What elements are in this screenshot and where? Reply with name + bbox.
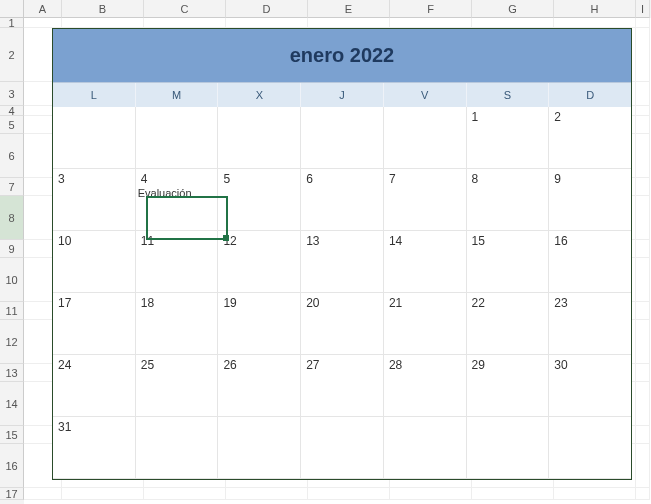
row-header[interactable]: 6	[0, 134, 24, 178]
cell[interactable]	[636, 364, 650, 382]
calendar-day-cell[interactable]: 3	[53, 169, 136, 231]
column-header[interactable]: C	[144, 0, 226, 18]
cell[interactable]	[636, 320, 650, 364]
calendar-day-cell[interactable]: 4Evaluación	[136, 169, 219, 231]
calendar-day-cell[interactable]: 9	[549, 169, 631, 231]
row-header[interactable]: 17	[0, 488, 24, 500]
calendar-day-cell[interactable]: 5	[218, 169, 301, 231]
calendar-day-cell[interactable]: 11	[136, 231, 219, 293]
row-header[interactable]: 13	[0, 364, 24, 382]
calendar-day-cell[interactable]: 23	[549, 293, 631, 355]
calendar-day-cell[interactable]	[136, 417, 219, 479]
cell[interactable]	[24, 18, 62, 28]
calendar-day-cell[interactable]	[549, 417, 631, 479]
cell[interactable]	[554, 488, 636, 500]
cell[interactable]	[636, 196, 650, 240]
row-header[interactable]: 8	[0, 196, 24, 240]
calendar-day-cell[interactable]: 1	[467, 107, 550, 169]
calendar-day-cell[interactable]: 27	[301, 355, 384, 417]
calendar-day-cell[interactable]: 6	[301, 169, 384, 231]
cell[interactable]	[636, 28, 650, 82]
calendar-day-cell[interactable]: 8	[467, 169, 550, 231]
cell[interactable]	[636, 240, 650, 258]
cell[interactable]	[144, 18, 226, 28]
row-header[interactable]: 11	[0, 302, 24, 320]
calendar-day-cell[interactable]: 18	[136, 293, 219, 355]
calendar-day-cell[interactable]	[136, 107, 219, 169]
row-header[interactable]: 15	[0, 426, 24, 444]
cell[interactable]	[472, 18, 554, 28]
cell[interactable]	[24, 488, 62, 500]
cell[interactable]	[636, 134, 650, 178]
cell[interactable]	[226, 18, 308, 28]
calendar-day-cell[interactable]: 25	[136, 355, 219, 417]
calendar-day-cell[interactable]: 21	[384, 293, 467, 355]
row-header[interactable]: 5	[0, 116, 24, 134]
calendar-day-cell[interactable]: 20	[301, 293, 384, 355]
row-header[interactable]: 14	[0, 382, 24, 426]
calendar-day-cell[interactable]: 30	[549, 355, 631, 417]
calendar-day-cell[interactable]: 17	[53, 293, 136, 355]
row-header[interactable]: 2	[0, 28, 24, 82]
row-header[interactable]: 1	[0, 18, 24, 28]
cell[interactable]	[636, 258, 650, 302]
calendar-day-cell[interactable]	[53, 107, 136, 169]
row-header[interactable]: 7	[0, 178, 24, 196]
cell[interactable]	[636, 82, 650, 106]
cell[interactable]	[308, 18, 390, 28]
calendar-day-cell[interactable]: 22	[467, 293, 550, 355]
column-header[interactable]: H	[554, 0, 636, 18]
calendar-day-cell[interactable]: 16	[549, 231, 631, 293]
cell[interactable]	[554, 18, 636, 28]
column-header[interactable]: F	[390, 0, 472, 18]
cell[interactable]	[636, 178, 650, 196]
cell[interactable]	[636, 382, 650, 426]
calendar-day-cell[interactable]: 31	[53, 417, 136, 479]
row-header[interactable]: 12	[0, 320, 24, 364]
calendar-day-cell[interactable]: 15	[467, 231, 550, 293]
cell[interactable]	[636, 488, 650, 500]
calendar-day-cell[interactable]: 12	[218, 231, 301, 293]
column-header[interactable]: E	[308, 0, 390, 18]
column-header[interactable]: B	[62, 0, 144, 18]
row-header[interactable]: 9	[0, 240, 24, 258]
calendar-day-cell[interactable]: 24	[53, 355, 136, 417]
calendar-day-cell[interactable]	[301, 417, 384, 479]
column-header[interactable]: A	[24, 0, 62, 18]
calendar-day-cell[interactable]	[384, 107, 467, 169]
calendar-day-cell[interactable]: 13	[301, 231, 384, 293]
row-header[interactable]: 3	[0, 82, 24, 106]
column-header[interactable]: G	[472, 0, 554, 18]
calendar-day-cell[interactable]: 19	[218, 293, 301, 355]
cell[interactable]	[62, 488, 144, 500]
cell[interactable]	[636, 106, 650, 116]
column-header[interactable]: I	[636, 0, 650, 18]
cell[interactable]	[62, 18, 144, 28]
calendar-day-cell[interactable]	[384, 417, 467, 479]
cell[interactable]	[390, 488, 472, 500]
cell[interactable]	[636, 444, 650, 488]
cell[interactable]	[636, 18, 650, 28]
calendar-day-cell[interactable]	[301, 107, 384, 169]
calendar-day-cell[interactable]: 10	[53, 231, 136, 293]
cell[interactable]	[226, 488, 308, 500]
calendar-day-cell[interactable]: 29	[467, 355, 550, 417]
cell[interactable]	[390, 18, 472, 28]
calendar-day-cell[interactable]: 28	[384, 355, 467, 417]
cell[interactable]	[308, 488, 390, 500]
cell[interactable]	[636, 116, 650, 134]
calendar-day-cell[interactable]: 14	[384, 231, 467, 293]
row-header[interactable]: 10	[0, 258, 24, 302]
grid-body[interactable]: enero 2022 LMXJVSD 1234Evaluación5678910…	[24, 18, 651, 504]
cell[interactable]	[636, 426, 650, 444]
row-header[interactable]: 16	[0, 444, 24, 488]
cell[interactable]	[636, 302, 650, 320]
row-header[interactable]: 4	[0, 106, 24, 116]
calendar-day-cell[interactable]: 7	[384, 169, 467, 231]
calendar-day-cell[interactable]	[218, 417, 301, 479]
select-all-corner[interactable]	[0, 0, 24, 18]
cell[interactable]	[144, 488, 226, 500]
calendar-day-cell[interactable]	[467, 417, 550, 479]
calendar-day-cell[interactable]: 26	[218, 355, 301, 417]
calendar-day-cell[interactable]: 2	[549, 107, 631, 169]
